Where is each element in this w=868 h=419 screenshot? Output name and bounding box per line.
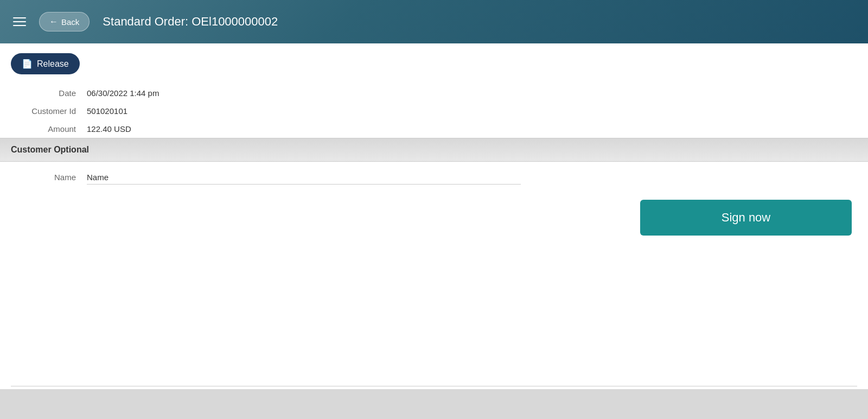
amount-value: 122.40 USD [87, 124, 131, 134]
name-label: Name [16, 173, 87, 182]
amount-field-row: Amount 122.40 USD [0, 120, 868, 138]
page-title: Standard Order: OEl1000000002 [103, 15, 278, 29]
release-button-label: Release [37, 59, 69, 69]
date-field-row: Date 06/30/2022 1:44 pm [0, 84, 868, 102]
release-button[interactable]: 📄 Release [11, 53, 80, 74]
customer-id-label: Customer Id [16, 106, 87, 116]
hamburger-menu-button[interactable] [11, 15, 28, 28]
sign-now-area: Sign now [0, 189, 868, 246]
amount-label: Amount [16, 124, 87, 134]
header: ← Back Standard Order: OEl1000000002 [0, 0, 868, 43]
name-input[interactable] [87, 170, 521, 185]
sign-now-button[interactable]: Sign now [640, 200, 852, 236]
footer-divider [11, 386, 857, 386]
date-label: Date [16, 88, 87, 98]
customer-id-field-row: Customer Id 501020101 [0, 102, 868, 120]
release-icon: 📄 [22, 59, 33, 69]
date-value: 06/30/2022 1:44 pm [87, 88, 159, 98]
back-arrow-icon: ← [49, 17, 58, 27]
back-button-label: Back [61, 17, 79, 27]
customer-optional-section-header: Customer Optional [0, 138, 868, 162]
toolbar: 📄 Release [0, 43, 868, 84]
back-button[interactable]: ← Back [39, 12, 90, 31]
customer-id-value: 501020101 [87, 106, 127, 116]
sign-now-label: Sign now [722, 211, 771, 224]
main-content: 📄 Release Date 06/30/2022 1:44 pm Custom… [0, 43, 868, 419]
footer [0, 389, 868, 419]
name-input-wrapper [87, 170, 521, 185]
customer-optional-title: Customer Optional [11, 145, 89, 154]
form-section: Date 06/30/2022 1:44 pm Customer Id 5010… [0, 84, 868, 419]
name-field-row: Name [0, 162, 868, 189]
